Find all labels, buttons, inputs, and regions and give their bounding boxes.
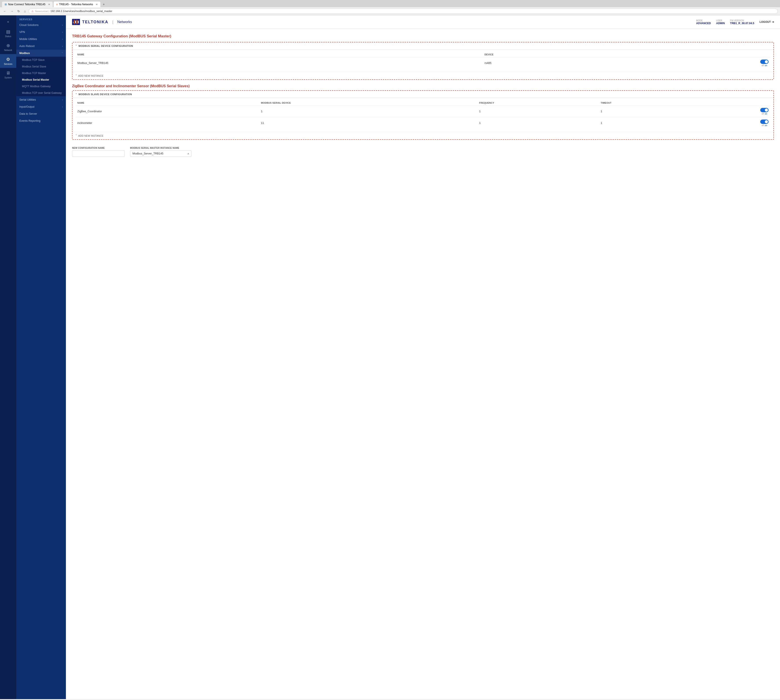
col-name-1: NAME <box>76 52 483 57</box>
section2-header-row: NAME MODBUS SERIAL DEVICE FREQUENCY TIME… <box>76 100 770 106</box>
submenu-modbus-serial-slave[interactable]: Modbus Serial Slave <box>16 63 66 70</box>
forward-button[interactable]: → <box>9 9 15 13</box>
logo-text: TELTONIKA <box>82 20 108 24</box>
slave-row2-name: inclinometer <box>76 117 259 129</box>
submenu-modbus-tcp-master[interactable]: Modbus TCP Master <box>16 70 66 77</box>
submenu-modbus-tcp-over-serial[interactable]: Modbus TCP over Serial Gateway <box>16 90 66 96</box>
svg-rect-4 <box>77 20 77 24</box>
tab-bar: ⊞ Now Connect Teltonika TRB145 ✕ ≡ TRB14… <box>0 0 780 7</box>
menu-mobile-utilities[interactable]: Mobile Utilities › <box>16 36 66 43</box>
services-label: Services <box>4 63 12 65</box>
back-button[interactable]: ← <box>2 9 7 13</box>
events-reporting-label: Events Reporting <box>19 119 40 122</box>
sidebar-item-services[interactable]: ⚙ Services <box>0 54 16 68</box>
menu-auto-reboot[interactable]: Auto Reboot › <box>16 43 66 50</box>
col-toggle-2 <box>693 100 770 106</box>
serial-utilities-label: Serial Utilities <box>19 98 36 101</box>
section1-thead: NAME DEVICE <box>76 52 770 57</box>
tab-2-label: TRB145 - Teltonika Networks <box>59 3 93 6</box>
collapse-button[interactable]: « <box>5 17 12 27</box>
reload-button[interactable]: ↻ <box>16 9 21 13</box>
row1-toggle[interactable] <box>760 60 768 64</box>
col-name-2: NAME <box>76 100 259 106</box>
section1-header[interactable]: ˅ MODBUS SERIAL DEVICE CONFIGURATION <box>73 42 773 50</box>
sidebar-item-status[interactable]: ▤ Status <box>0 27 16 40</box>
add-instance-1-label: ADD NEW INSTANCE <box>78 75 103 77</box>
new-config-instance-label: MODBUS SERIAL MASTER INSTANCE NAME <box>130 147 191 149</box>
network-icon: ⊕ <box>7 43 10 48</box>
menu-events-reporting[interactable]: Events Reporting <box>16 117 66 124</box>
serial-utilities-chevron: › <box>62 98 63 101</box>
slave-row2-toggle[interactable] <box>760 120 768 124</box>
menu-input-output[interactable]: Input/Output › <box>16 103 66 110</box>
slave-row1-toggle[interactable] <box>760 108 768 112</box>
table-row: ZigBee_Coordinator 1 1 1 off o <box>76 106 770 117</box>
slave-section-title: ZigBee Coordinator and Inclinomenter Sen… <box>72 84 774 88</box>
submenu-modbus-tcp-slave[interactable]: Modbus TCP Slave <box>16 57 66 63</box>
submenu-modbus-serial-master[interactable]: Modbus Serial Master <box>16 77 66 83</box>
menu-vpn[interactable]: VPN › <box>16 28 66 36</box>
sidebar-item-system[interactable]: 🖥 System <box>0 68 16 82</box>
submenu-mqtt-modbus-gateway[interactable]: MQTT Modbus Gateway <box>16 83 66 90</box>
auto-reboot-label: Auto Reboot <box>19 45 35 48</box>
col-device-1: DEVICE <box>483 52 630 57</box>
add-instance-1-bar[interactable]: ˅ ADD NEW INSTANCE <box>73 72 773 79</box>
address-bar: ← → ↻ ⌂ ⚠ Nesecurizat | 192.168.2.1/serv… <box>0 7 780 15</box>
url-prefix: Nesecurizat | <box>35 10 49 13</box>
modbus-slave-device-config-section: ˅ MODBUS SLAVE DEVICE CONFIGURATION NAME… <box>72 90 774 140</box>
add-instance-2-bar[interactable]: ˅ ADD NEW INSTANCE <box>73 132 773 139</box>
services-section-label: SERVICES <box>16 15 66 22</box>
modbus-submenu: Modbus TCP Slave Modbus Serial Slave Mod… <box>16 57 66 96</box>
section1-table-wrap: NAME DEVICE Modbus_Server_TRB145 rs485 <box>73 50 773 72</box>
section1-chevron: ˅ <box>76 45 77 47</box>
tab-1-close[interactable]: ✕ <box>48 3 50 6</box>
cloud-solutions-label: Cloud Solutions <box>19 23 39 27</box>
vpn-label: VPN <box>19 30 25 33</box>
slave-row2-device: 11 <box>259 117 477 129</box>
fw-label: FW VERSION <box>730 19 754 22</box>
tab-2[interactable]: ≡ TRB145 - Teltonika Networks ✕ <box>53 1 101 7</box>
new-config-row: NEW CONFIGURATION NAME MODBUS SERIAL MAS… <box>72 143 774 158</box>
logout-button[interactable]: LOGOUT ⇥ <box>760 20 774 23</box>
user-value: ADMIN <box>716 22 725 25</box>
page-title: TRB145 Gateway Configuration (ModBUS Ser… <box>72 34 774 38</box>
col-toggle-1 <box>630 52 770 57</box>
logo-area: T TELTONIKA | Networks <box>72 19 132 25</box>
tab-2-icon: ≡ <box>56 3 58 6</box>
svg-rect-2 <box>74 20 75 24</box>
sidebar-item-network[interactable]: ⊕ Network <box>0 40 16 54</box>
table-row: Modbus_Server_TRB145 rs485 off on <box>76 57 770 69</box>
fw-info: FW VERSION TRB1_R_00.07.04.5 <box>730 19 754 25</box>
services-icon: ⚙ <box>6 57 10 62</box>
section2-header[interactable]: ˅ MODBUS SLAVE DEVICE CONFIGURATION <box>73 91 773 98</box>
tab-2-close[interactable]: ✕ <box>96 3 98 6</box>
slave-row2-toggle-wrap: off on <box>760 120 768 127</box>
new-tab-button[interactable]: + <box>101 2 106 7</box>
auto-reboot-chevron: › <box>62 45 63 47</box>
mode-info: MODE ADVANCED <box>696 19 711 25</box>
logout-label: LOGOUT <box>760 20 771 23</box>
add-chevron-2: ˅ <box>76 134 77 137</box>
new-config-name-label: NEW CONFIGURATION NAME <box>72 147 125 149</box>
new-config-name-input[interactable] <box>72 150 125 157</box>
new-config-instance-select[interactable]: Modbus_Server_TRB145 ∧ <box>130 150 191 157</box>
slave-row1-toggle-wrap: off on <box>760 108 768 115</box>
slave-row1-toggle-labels: off on <box>762 113 767 115</box>
url-text: 192.168.2.1/services/modbus/modbus_seria… <box>50 10 112 13</box>
menu-data-to-server[interactable]: Data to Server <box>16 110 66 117</box>
home-button[interactable]: ⌂ <box>23 9 27 13</box>
url-bar[interactable]: ⚠ Nesecurizat | 192.168.2.1/services/mod… <box>28 8 778 14</box>
col-frequency: FREQUENCY <box>477 100 599 106</box>
page-content: TRB145 Gateway Configuration (ModBUS Ser… <box>66 29 780 164</box>
menu-modbus[interactable]: Modbus ˅ <box>16 50 66 57</box>
row1-toggle-wrap: off on <box>760 60 768 67</box>
menu-cloud-solutions[interactable]: Cloud Solutions › <box>16 22 66 28</box>
menu-serial-utilities[interactable]: Serial Utilities › <box>16 96 66 103</box>
tab-1[interactable]: ⊞ Now Connect Teltonika TRB145 ✕ <box>2 1 53 7</box>
modbus-label: Modbus <box>19 52 30 55</box>
logo-separator: | <box>112 20 113 24</box>
col-modbus-device: MODBUS SERIAL DEVICE <box>259 100 477 106</box>
slave-row2-toggle-labels: off on <box>762 124 767 127</box>
section2-table-wrap: NAME MODBUS SERIAL DEVICE FREQUENCY TIME… <box>73 98 773 132</box>
col-timeout: TIMEOUT <box>599 100 693 106</box>
